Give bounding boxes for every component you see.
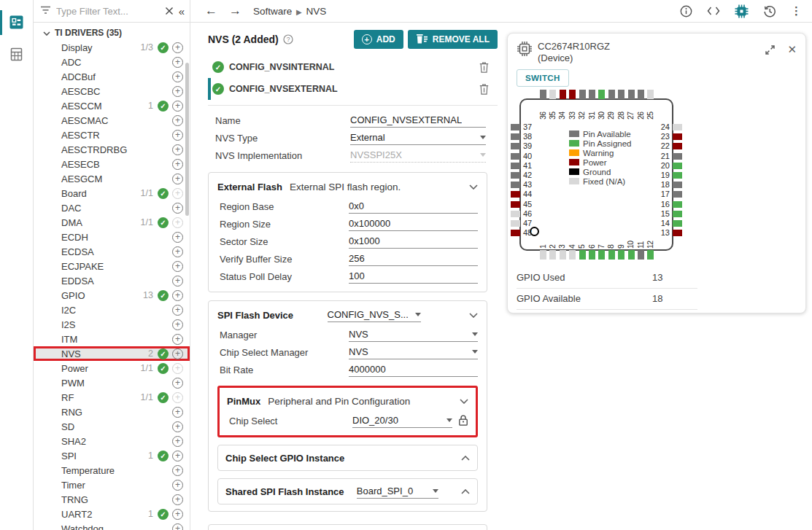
- sidebar-item-rng[interactable]: RNG+: [34, 405, 190, 419]
- add-instance-icon[interactable]: +: [172, 276, 183, 287]
- add-instance-icon[interactable]: +: [172, 494, 183, 505]
- sidebar-item-dma[interactable]: DMA1/1✓+: [34, 215, 190, 230]
- sidebar-item-aescbc[interactable]: AESCBC+: [34, 84, 190, 98]
- forward-arrow-icon[interactable]: →: [229, 4, 241, 18]
- add-instance-icon[interactable]: +: [172, 144, 183, 155]
- sidebar-item-ecjpake[interactable]: ECJPAKE+: [34, 259, 190, 273]
- sidebar-item-spi[interactable]: SPI1✓+: [34, 448, 190, 463]
- add-instance-icon[interactable]: +: [172, 421, 183, 432]
- sidebar-item-gpio[interactable]: GPIO13✓+: [34, 288, 190, 303]
- sidebar-item-timer[interactable]: Timer+: [34, 478, 190, 492]
- sidebar-item-uart2[interactable]: UART21✓+: [34, 507, 190, 521]
- add-instance-icon[interactable]: +: [172, 203, 183, 214]
- field-value[interactable]: CONFIG_NVSEXTERNAL: [350, 114, 486, 128]
- add-instance-icon[interactable]: +: [172, 480, 183, 491]
- add-button[interactable]: + ADD: [354, 30, 403, 49]
- field-value[interactable]: NVS: [349, 346, 478, 359]
- field-value[interactable]: 256: [349, 252, 478, 266]
- sidebar-item-power[interactable]: Power1/1✓+: [34, 361, 190, 375]
- sidebar-item-display[interactable]: Display1/3✓+: [34, 40, 190, 55]
- add-instance-icon[interactable]: +: [172, 465, 183, 476]
- field-value[interactable]: External: [350, 131, 486, 145]
- sidebar-item-nvs[interactable]: NVS2✓+: [34, 346, 190, 361]
- breadcrumb-software[interactable]: Software: [253, 6, 292, 17]
- sidebar-item-aesgcm[interactable]: AESGCM+: [34, 171, 190, 186]
- sidebar-item-ecdh[interactable]: ECDH+: [34, 230, 190, 244]
- kebab-menu-icon[interactable]: ⋮: [791, 4, 802, 17]
- add-instance-icon[interactable]: +: [172, 348, 183, 359]
- rail-item-config[interactable]: [0, 7, 33, 39]
- tree-group-ti-drivers[interactable]: TI DRIVERS (35): [34, 25, 190, 40]
- code-icon[interactable]: [707, 6, 720, 16]
- shared-spi-header[interactable]: Shared SPI Flash Instance Board_SPI_0: [225, 482, 470, 501]
- sidebar-item-temperature[interactable]: Temperature+: [34, 463, 190, 478]
- add-instance-icon[interactable]: +: [172, 159, 183, 170]
- add-instance-icon[interactable]: +: [172, 261, 183, 272]
- sidebar-item-itm[interactable]: ITM+: [34, 332, 190, 346]
- info-icon[interactable]: [680, 5, 692, 17]
- sidebar-item-aesctrdrbg[interactable]: AESCTRDRBG+: [34, 142, 190, 157]
- delete-instance-icon[interactable]: [479, 84, 489, 95]
- field-value[interactable]: 0x100000: [349, 217, 478, 231]
- add-instance-icon[interactable]: +: [172, 101, 183, 112]
- chevron-down-icon[interactable]: [469, 184, 478, 190]
- chevron-down-icon[interactable]: [469, 313, 478, 318]
- add-instance-icon[interactable]: +: [172, 378, 183, 389]
- add-instance-icon[interactable]: +: [172, 407, 183, 418]
- sidebar-item-pwm[interactable]: PWM+: [34, 375, 190, 390]
- sidebar-item-adcbuf[interactable]: ADCBuf+: [34, 69, 190, 84]
- device-view-icon[interactable]: [735, 4, 749, 18]
- close-icon[interactable]: ✕: [787, 43, 797, 56]
- delete-instance-icon[interactable]: [479, 62, 489, 73]
- field-value[interactable]: NVS: [349, 328, 478, 342]
- sidebar-item-dac[interactable]: DAC+: [34, 200, 190, 215]
- switch-button[interactable]: SWITCH: [517, 69, 569, 87]
- add-instance-icon[interactable]: +: [172, 290, 183, 301]
- external-flash-header[interactable]: External Flash External SPI flash region…: [217, 178, 478, 195]
- add-instance-icon[interactable]: +: [172, 174, 183, 184]
- field-value[interactable]: 4000000: [349, 363, 478, 377]
- sidebar-item-i2c[interactable]: I2C+: [34, 303, 190, 317]
- sidebar-item-aesccm[interactable]: AESCCM1✓+: [34, 98, 190, 113]
- collapse-sidebar-icon[interactable]: «: [179, 5, 183, 17]
- add-instance-icon[interactable]: +: [172, 115, 183, 126]
- chevron-up-icon[interactable]: [461, 456, 470, 461]
- history-icon[interactable]: [763, 5, 776, 17]
- remove-all-button[interactable]: REMOVE ALL: [408, 30, 498, 49]
- add-instance-icon[interactable]: +: [172, 509, 183, 520]
- sidebar-item-adc[interactable]: ADC+: [34, 55, 190, 69]
- sidebar-item-aesctr[interactable]: AESCTR+: [34, 128, 190, 142]
- sidebar-item-eddsa[interactable]: EDDSA+: [34, 273, 190, 288]
- instance-row-config_nvsexternal[interactable]: ✓CONFIG_NVSEXTERNAL: [208, 78, 498, 100]
- sidebar-item-trng[interactable]: TRNG+: [34, 492, 190, 507]
- expand-icon[interactable]: [765, 44, 776, 55]
- sidebar-item-sd[interactable]: SD+: [34, 419, 190, 434]
- sidebar-item-i2s[interactable]: I2S+: [34, 317, 190, 332]
- add-instance-icon[interactable]: +: [172, 130, 183, 141]
- add-instance-icon[interactable]: +: [172, 523, 183, 530]
- sidebar-item-aescmac[interactable]: AESCMAC+: [34, 113, 190, 128]
- field-value[interactable]: DIO_20/30: [352, 414, 452, 428]
- sidebar-item-aesecb[interactable]: AESECB+: [34, 157, 190, 171]
- chevron-down-icon[interactable]: [460, 399, 468, 404]
- filter-input[interactable]: [56, 6, 160, 17]
- spi-flash-device-header[interactable]: SPI Flash Device CONFIG_NVS_S...: [217, 306, 478, 324]
- add-instance-icon[interactable]: +: [172, 436, 183, 447]
- tree-scrollbar[interactable]: [185, 63, 189, 216]
- add-instance-icon[interactable]: +: [172, 246, 183, 257]
- help-icon[interactable]: ?: [283, 34, 293, 44]
- sidebar-item-sha2[interactable]: SHA2+: [34, 434, 190, 448]
- sidebar-item-rf[interactable]: RF1/1✓+: [34, 390, 190, 405]
- rail-item-registers[interactable]: [0, 39, 33, 71]
- sidebar-item-board[interactable]: Board1/1✓+: [34, 186, 190, 200]
- sidebar-item-watchdog[interactable]: Watchdog+: [34, 521, 190, 530]
- add-instance-icon[interactable]: +: [172, 42, 183, 53]
- back-arrow-icon[interactable]: ←: [205, 4, 217, 18]
- add-instance-icon[interactable]: +: [172, 334, 183, 345]
- add-instance-icon[interactable]: +: [172, 57, 183, 68]
- spi-flash-device-select[interactable]: CONFIG_NVS_S...: [328, 308, 421, 322]
- instance-row-config_nvsinternal[interactable]: ✓CONFIG_NVSINTERNAL: [208, 56, 498, 78]
- sidebar-item-ecdsa[interactable]: ECDSA+: [34, 244, 190, 259]
- chip-select-gpio-header[interactable]: Chip Select GPIO Instance: [225, 448, 470, 467]
- add-instance-icon[interactable]: +: [172, 305, 183, 316]
